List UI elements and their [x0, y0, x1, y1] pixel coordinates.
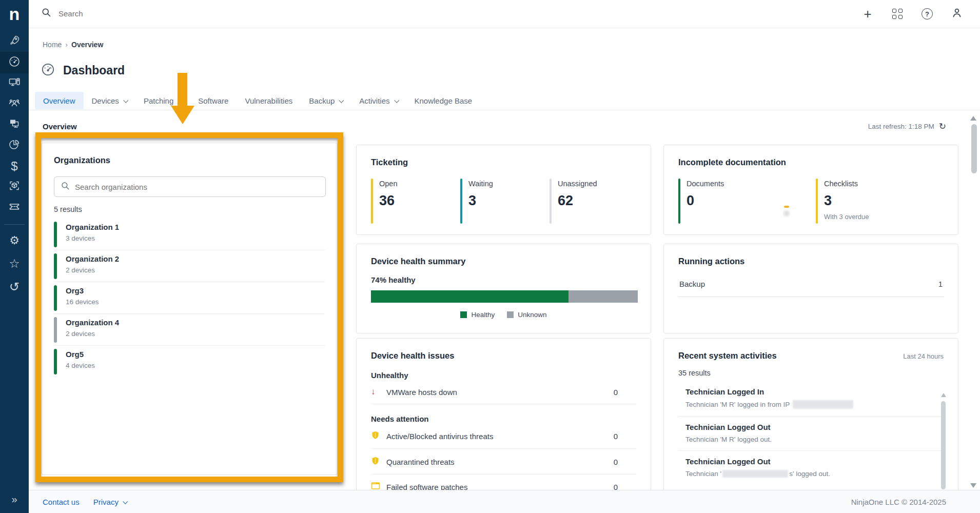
stat-accent-bar [678, 179, 680, 224]
page-scrollbar[interactable] [971, 124, 977, 173]
tab-backup[interactable]: Backup [301, 92, 351, 109]
activities-range-label: Last 24 hours [903, 352, 944, 360]
sidebar-item-software-inventory[interactable] [0, 176, 29, 198]
ninjaone-app: n $ ⚙ ☆ [0, 0, 980, 513]
profile-button[interactable] [949, 6, 965, 22]
tab-patching[interactable]: Patching [135, 92, 190, 109]
search-icon [61, 181, 70, 192]
copyright-text: NinjaOne LLC © 2014-2025 [851, 498, 946, 506]
breadcrumb-home[interactable]: Home [43, 41, 62, 49]
checklists-stat[interactable]: Checklists 3 With 3 overdue [816, 177, 939, 221]
running-action-row[interactable]: Backup 1 [678, 280, 944, 297]
sidebar-item-remote[interactable] [0, 114, 29, 135]
breadcrumb-separator: › [65, 41, 68, 49]
activities-scrollbar[interactable] [941, 401, 946, 489]
organizations-search-input[interactable] [75, 183, 301, 191]
tab-knowledge-base[interactable]: Knowledge Base [406, 92, 481, 109]
list-item[interactable]: Organization 4 2 devices [54, 314, 325, 346]
gear-icon: ⚙ [9, 235, 19, 246]
sidebar-item-billing[interactable]: $ [0, 155, 29, 177]
unknown-swatch [507, 311, 514, 318]
organizations-panel: Organizations 5 results Organization 1 3… [41, 143, 338, 475]
remote-screens-icon [8, 117, 21, 132]
sidebar-item-devices[interactable] [0, 73, 29, 94]
shield-icon [371, 456, 386, 467]
health-progress-bar[interactable] [371, 290, 638, 303]
stat-accent-bar [371, 179, 373, 224]
running-actions-title: Running actions [678, 256, 944, 266]
sidebar-expand-button[interactable]: » [0, 494, 29, 509]
tab-overview[interactable]: Overview [35, 92, 84, 109]
device-health-issues-title: Device health issues [371, 351, 636, 361]
list-item[interactable]: Org5 4 devices [54, 346, 325, 378]
global-search-input[interactable] [58, 9, 264, 18]
apps-button[interactable] [890, 6, 905, 22]
search-icon [41, 7, 51, 19]
add-button[interactable]: + [860, 6, 875, 22]
activities-result-count: 35 results [678, 369, 944, 377]
healthy-swatch [460, 311, 467, 318]
recent-activities-title: Recent system activities [678, 351, 777, 361]
list-item[interactable]: Organization 2 2 devices [54, 250, 325, 282]
activities-list: Technician Logged In Technician 'M R' lo… [678, 381, 944, 485]
tabs-divider [29, 110, 980, 110]
tab-devices[interactable]: Devices [84, 92, 135, 109]
history-icon: ↺ [9, 281, 19, 293]
organizations-search[interactable] [54, 176, 326, 197]
overdue-note: With 3 overdue [824, 213, 939, 221]
help-button[interactable]: ? [919, 6, 935, 22]
sidebar-item-favorites[interactable]: ☆ [0, 253, 29, 274]
issue-row-quarantined[interactable]: Quarantined threats 0 [371, 456, 636, 475]
page-scroll-down-arrow[interactable] [970, 483, 976, 488]
list-item[interactable]: Technician Logged Out Technician 'M R' l… [678, 417, 944, 451]
footer: Contact us Privacy NinjaOne LLC © 2014-2… [29, 490, 980, 513]
issue-row-antivirus[interactable]: Active/Blocked antivirus threats 0 [371, 430, 636, 449]
sidebar-item-ticketing[interactable] [0, 197, 29, 219]
refresh-icon[interactable]: ↻ [939, 122, 946, 131]
health-progress-fill [371, 290, 569, 303]
tab-activities[interactable]: Activities [351, 92, 406, 109]
status-bar [54, 285, 57, 311]
sidebar-item-dashboard[interactable] [0, 52, 29, 73]
users-icon [8, 97, 21, 111]
sidebar-item-reporting[interactable] [0, 135, 29, 156]
chevron-down-icon [123, 499, 128, 504]
tab-bar: Overview Devices Patching Software Vulne… [35, 92, 480, 109]
page-scroll-up-arrow[interactable] [970, 116, 976, 121]
sidebar-item-settings[interactable]: ⚙ [0, 230, 29, 251]
status-bar [54, 317, 57, 343]
ticketing-unassigned-stat[interactable]: Unassigned 62 [550, 177, 636, 209]
status-bar [54, 349, 57, 374]
plus-icon: + [864, 7, 871, 21]
organizations-title: Organizations [54, 155, 325, 165]
stat-accent-bar [550, 179, 552, 224]
grid-icon [892, 9, 903, 19]
unhealthy-heading: Unhealthy [371, 371, 636, 380]
device-health-issues-panel: Device health issues Unhealthy ↓ VMWare … [356, 338, 651, 494]
issue-row-vmware[interactable]: ↓ VMWare hosts down 0 [371, 387, 636, 404]
tab-software[interactable]: Software [190, 92, 237, 109]
health-legend: Healthy Unknown [371, 311, 636, 319]
ticketing-open-stat[interactable]: Open 36 [371, 177, 460, 209]
activities-scroll-up-arrow[interactable] [941, 393, 946, 397]
package-icon [8, 180, 21, 194]
sidebar-item-users[interactable] [0, 93, 29, 115]
list-item[interactable]: Org3 16 devices [54, 282, 325, 314]
contact-us-link[interactable]: Contact us [43, 498, 80, 506]
ninjaone-logo[interactable]: n [0, 4, 29, 24]
ticketing-waiting-stat[interactable]: Waiting 3 [460, 177, 550, 209]
yellow-dash-artifact [784, 206, 789, 208]
list-item[interactable]: Organization 1 3 devices [54, 219, 325, 250]
incomplete-documentation-panel: Incomplete documentation Documents 0 Che… [663, 145, 958, 235]
sidebar-item-getting-started[interactable] [0, 30, 29, 52]
sidebar-item-history[interactable]: ↺ [0, 276, 29, 298]
documents-stat[interactable]: Documents 0 [678, 177, 816, 221]
breadcrumb-current: Overview [71, 41, 103, 49]
dashboard-gauge-icon [41, 63, 55, 78]
privacy-link[interactable]: Privacy [93, 498, 127, 506]
list-item[interactable]: Technician Logged Out Technician 's' log… [678, 451, 944, 485]
list-item[interactable]: Technician Logged In Technician 'M R' lo… [678, 381, 944, 417]
tab-vulnerabilities[interactable]: Vulnerabilities [237, 92, 301, 109]
redacted-ip [793, 400, 853, 409]
ticket-icon [8, 201, 21, 215]
